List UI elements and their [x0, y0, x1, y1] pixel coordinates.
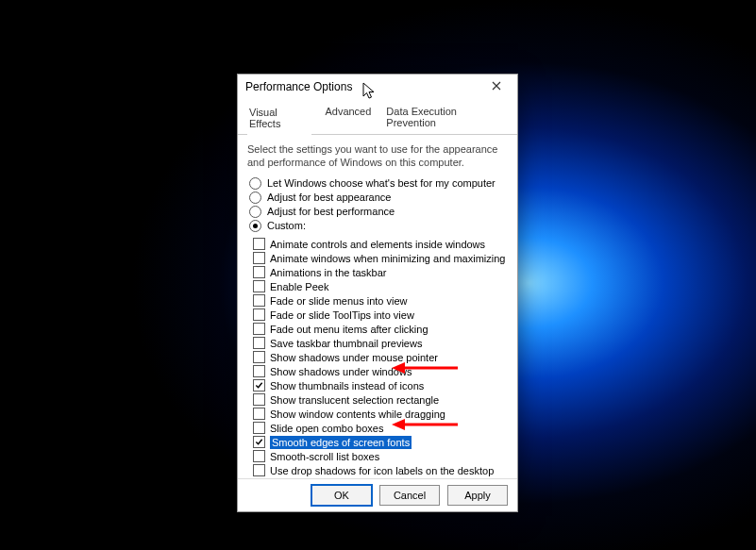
checkbox-icon: [253, 436, 265, 448]
radio-label: Let Windows choose what's best for my co…: [267, 177, 496, 189]
radio-icon: [249, 177, 261, 190]
checkbox-icon: [253, 351, 265, 363]
radio-icon: [249, 220, 261, 232]
radio-label: Adjust for best performance: [267, 206, 395, 217]
checkbox-label: Slide open combo boxes: [270, 422, 383, 435]
checkbox-label: Animate windows when minimizing and maxi…: [270, 252, 505, 265]
checkbox-translucent-selection[interactable]: Show translucent selection rectangle: [253, 393, 508, 407]
cancel-button[interactable]: Cancel: [379, 485, 440, 506]
checkbox-label: Smooth edges of screen fonts: [270, 436, 412, 449]
checkbox-icon: [253, 252, 265, 264]
performance-options-dialog: Performance Options Visual Effects Advan…: [237, 74, 518, 512]
checkbox-label: Animations in the taskbar: [270, 266, 387, 279]
checkbox-icon: [253, 464, 265, 476]
checkbox-save-thumbnails[interactable]: Save taskbar thumbnail previews: [253, 337, 508, 350]
radio-label: Adjust for best appearance: [267, 192, 391, 203]
checkbox-icon: [253, 393, 265, 406]
checkbox-icon: [253, 337, 265, 349]
radio-let-windows-choose[interactable]: Let Windows choose what's best for my co…: [249, 177, 508, 190]
checkbox-icon: [253, 308, 265, 321]
checkbox-icon: [253, 408, 265, 420]
checkbox-fade-menus[interactable]: Fade or slide menus into view: [253, 294, 508, 308]
checkbox-fade-tooltips[interactable]: Fade or slide ToolTips into view: [253, 308, 508, 322]
checkbox-window-contents-drag[interactable]: Show window contents while dragging: [253, 408, 508, 421]
checkbox-label: Animate controls and elements inside win…: [270, 238, 485, 251]
checkbox-taskbar-animations[interactable]: Animations in the taskbar: [253, 266, 508, 279]
checkbox-label: Show window contents while dragging: [270, 408, 445, 421]
checkbox-icon: [253, 323, 265, 335]
radio-icon: [249, 206, 261, 218]
desktop-background: Performance Options Visual Effects Advan…: [0, 0, 756, 550]
tab-dep[interactable]: Data Execution Prevention: [384, 103, 508, 134]
radio-label: Custom:: [267, 220, 306, 231]
tab-visual-effects[interactable]: Visual Effects: [247, 104, 311, 135]
checkbox-label: Show thumbnails instead of icons: [270, 379, 424, 392]
tab-strip: Visual Effects Advanced Data Execution P…: [238, 99, 517, 135]
ok-button[interactable]: OK: [311, 485, 372, 506]
checkbox-label: Fade out menu items after clicking: [270, 323, 428, 336]
checkbox-icon: [253, 422, 265, 434]
checkbox-label: Show shadows under mouse pointer: [270, 351, 438, 364]
checkbox-label: Enable Peek: [270, 280, 328, 293]
checkbox-icon: [253, 238, 265, 250]
checkbox-slide-combo[interactable]: Slide open combo boxes: [253, 422, 508, 435]
close-button[interactable]: [481, 77, 512, 96]
checkbox-shadows-pointer[interactable]: Show shadows under mouse pointer: [253, 351, 508, 364]
close-icon: [492, 80, 501, 93]
checkbox-label: Show shadows under windows: [270, 365, 412, 378]
checkbox-icon: [253, 450, 265, 462]
checkbox-enable-peek[interactable]: Enable Peek: [253, 280, 508, 293]
radio-icon: [249, 192, 261, 204]
checkbox-label: Smooth-scroll list boxes: [270, 450, 379, 463]
checkbox-show-thumbnails[interactable]: Show thumbnails instead of icons: [253, 379, 508, 392]
checkbox-smooth-scroll[interactable]: Smooth-scroll list boxes: [253, 450, 508, 463]
titlebar: Performance Options: [238, 75, 517, 99]
tab-content: Select the settings you want to use for …: [238, 135, 517, 478]
description-text: Select the settings you want to use for …: [247, 142, 508, 170]
checkbox-icon: [253, 266, 265, 278]
checkbox-fade-out-items[interactable]: Fade out menu items after clicking: [253, 323, 508, 336]
checkbox-smooth-fonts[interactable]: Smooth edges of screen fonts: [253, 436, 508, 449]
button-bar: OK Cancel Apply: [238, 478, 517, 511]
visual-effects-checklist: Animate controls and elements inside win…: [253, 238, 508, 477]
checkbox-icon: [253, 280, 265, 292]
checkbox-label: Use drop shadows for icon labels on the …: [270, 464, 494, 477]
checkbox-label: Show translucent selection rectangle: [270, 393, 439, 407]
radio-best-appearance[interactable]: Adjust for best appearance: [249, 192, 508, 204]
checkbox-icon: [253, 379, 265, 392]
checkbox-label: Fade or slide menus into view: [270, 294, 408, 308]
radio-custom[interactable]: Custom:: [249, 220, 508, 232]
checkbox-label: Fade or slide ToolTips into view: [270, 308, 414, 322]
checkbox-drop-shadows-icons[interactable]: Use drop shadows for icon labels on the …: [253, 464, 508, 477]
checkbox-shadows-windows[interactable]: Show shadows under windows: [253, 365, 508, 378]
tab-advanced[interactable]: Advanced: [323, 103, 373, 134]
apply-button[interactable]: Apply: [447, 485, 508, 506]
checkbox-animate-windows[interactable]: Animate windows when minimizing and maxi…: [253, 252, 508, 265]
checkbox-icon: [253, 365, 265, 377]
checkbox-icon: [253, 294, 265, 307]
dialog-title: Performance Options: [245, 80, 481, 93]
checkbox-label: Save taskbar thumbnail previews: [270, 337, 422, 350]
radio-best-performance[interactable]: Adjust for best performance: [249, 206, 508, 218]
checkbox-animate-controls[interactable]: Animate controls and elements inside win…: [253, 238, 508, 251]
